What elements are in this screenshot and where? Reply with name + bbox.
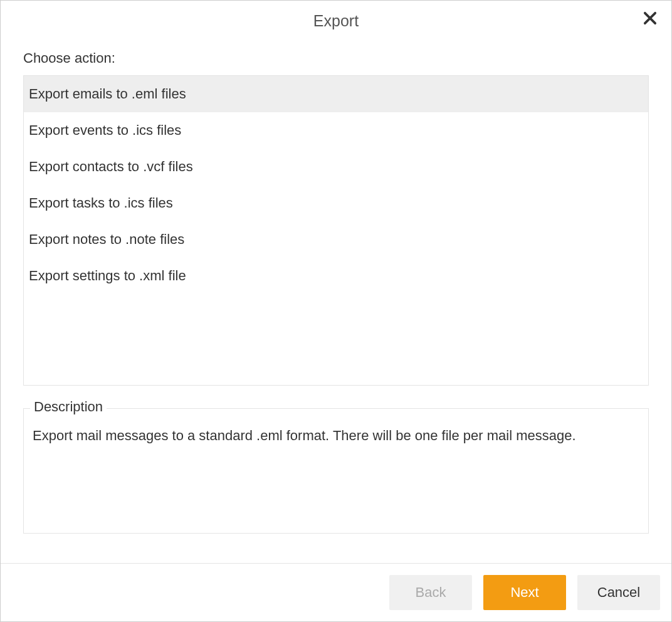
dialog-header: Export (1, 1, 671, 39)
action-item-label: Export tasks to .ics files (29, 195, 173, 211)
dialog-footer: Back Next Cancel (1, 563, 671, 621)
description-legend: Description (30, 399, 107, 415)
choose-action-label: Choose action: (23, 50, 649, 66)
dialog-content: Choose action: Export emails to .eml fil… (1, 39, 671, 563)
next-button[interactable]: Next (483, 575, 566, 610)
action-item-export-events[interactable]: Export events to .ics files (24, 112, 648, 149)
action-item-export-settings[interactable]: Export settings to .xml file (24, 258, 648, 294)
back-button[interactable]: Back (389, 575, 472, 610)
action-item-label: Export contacts to .vcf files (29, 159, 193, 174)
action-list: Export emails to .eml files Export event… (23, 75, 649, 386)
close-icon[interactable] (641, 9, 659, 27)
action-item-export-tasks[interactable]: Export tasks to .ics files (24, 185, 648, 221)
action-item-label: Export notes to .note files (29, 231, 184, 247)
dialog-title: Export (1, 12, 671, 30)
action-item-label: Export events to .ics files (29, 122, 181, 138)
description-box: Description Export mail messages to a st… (23, 408, 649, 534)
action-item-export-notes[interactable]: Export notes to .note files (24, 221, 648, 258)
export-dialog: Export Choose action: Export emails to .… (0, 0, 672, 622)
action-item-label: Export settings to .xml file (29, 268, 186, 283)
action-item-export-contacts[interactable]: Export contacts to .vcf files (24, 149, 648, 185)
cancel-button[interactable]: Cancel (577, 575, 660, 610)
description-text: Export mail messages to a standard .eml … (33, 426, 639, 446)
action-item-export-emails[interactable]: Export emails to .eml files (24, 76, 648, 112)
action-item-label: Export emails to .eml files (29, 86, 186, 102)
